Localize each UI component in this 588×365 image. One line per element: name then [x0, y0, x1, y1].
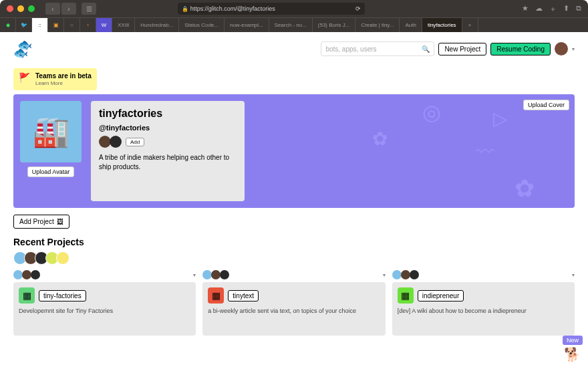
mascot-bubble: New — [563, 336, 583, 345]
add-project-button[interactable]: Add Project 🖼 — [13, 215, 69, 229]
mascot[interactable]: New 🐕 — [563, 333, 583, 362]
new-project-button[interactable]: New Project — [438, 43, 486, 55]
search-placeholder: bots, apps, users — [325, 45, 376, 53]
resume-coding-button[interactable]: Resume Coding — [490, 43, 551, 55]
deco-icon: ▷ — [493, 108, 508, 130]
project-card[interactable]: ▦ tiny-factories Developemnt site for Ti… — [13, 282, 196, 336]
project-description: [dev] A wiki about how to become a indie… — [398, 308, 569, 316]
avatar[interactable] — [22, 270, 31, 279]
url-bar[interactable]: 🔒 https://glitch.com/@tinyfactories ⟳ — [178, 3, 365, 15]
new-tab-button[interactable]: ＋ — [462, 18, 478, 32]
browser-tab[interactable]: (53) Boris J... — [313, 18, 356, 32]
project-card[interactable]: ▦ tinytext a bi-weekly article sent via … — [202, 282, 385, 336]
pinned-tab[interactable]: 🐦 — [16, 18, 32, 32]
avatar[interactable] — [202, 270, 212, 279]
team-members: Add — [99, 136, 237, 148]
upload-avatar-button[interactable]: Upload Avatar — [27, 166, 74, 177]
member-avatar[interactable] — [110, 136, 122, 148]
search-icon: 🔍 — [422, 45, 430, 53]
url-text: https://glitch.com/@tinyfactories — [190, 5, 275, 12]
project-name: tinytext — [228, 290, 259, 301]
chevron-down-icon[interactable]: ▾ — [572, 46, 575, 52]
avatar[interactable] — [13, 270, 23, 279]
star-icon[interactable]: ★ — [522, 4, 529, 14]
browser-tab[interactable]: Auth — [400, 18, 422, 32]
avatar[interactable] — [211, 270, 220, 279]
pinned-tab[interactable]: ○ — [64, 18, 80, 32]
fish-icon: 🐟 — [13, 45, 28, 60]
projects-grid: ▾ ▦ tiny-factories Developemnt site for … — [13, 270, 575, 336]
project-description: a bi-weekly article sent via text, on to… — [208, 308, 380, 316]
lock-icon: 🔒 — [182, 6, 188, 12]
pinned-tab[interactable]: ▣ — [48, 18, 64, 32]
deco-icon: ◎ — [422, 100, 441, 125]
maximize-icon[interactable] — [28, 5, 35, 12]
search-input[interactable]: bots, apps, users 🔍 — [321, 41, 434, 56]
titlebar: ‹ › ☰ 🔒 https://glitch.com/@tinyfactorie… — [0, 0, 588, 17]
chevron-down-icon[interactable]: ▾ — [193, 272, 196, 278]
plus-icon[interactable]: ＋ — [549, 4, 557, 14]
browser-tab[interactable]: now-exampl... — [225, 18, 269, 32]
project-name: tiny-factories — [39, 290, 86, 301]
chevron-down-icon[interactable]: ▾ — [383, 272, 386, 278]
project-icon: ▦ — [19, 287, 35, 303]
upload-cover-button[interactable]: Upload Cover — [523, 100, 569, 110]
sidebar-toggle[interactable]: ☰ — [82, 3, 96, 15]
flag-icon: 🚩 — [19, 72, 30, 83]
project-members: ▾ — [13, 270, 196, 279]
pinned-tab[interactable]: › — [80, 18, 96, 32]
team-avatars-row — [13, 251, 575, 265]
close-icon[interactable] — [7, 5, 13, 12]
add-member-button[interactable]: Add — [126, 138, 144, 146]
browser-tab[interactable]: tinyfactories — [422, 18, 462, 32]
project-description: Developemnt site for Tiny Factories — [19, 308, 190, 316]
glitch-logo[interactable]: 🐟 🐟 — [13, 39, 43, 59]
section-title: Recent Projects — [13, 237, 575, 247]
project-name: indiepreneur — [418, 290, 464, 301]
avatar[interactable] — [56, 251, 69, 265]
team-handle: @tinyfactories — [99, 124, 237, 132]
beta-title: Teams are in beta — [35, 72, 92, 80]
browser-tab[interactable]: Status Code... — [179, 18, 225, 32]
picture-icon: 🖼 — [57, 218, 63, 225]
project-members: ▾ — [202, 270, 385, 279]
avatar[interactable] — [31, 270, 40, 279]
cloud-icon[interactable]: ☁ — [535, 4, 543, 14]
avatar[interactable] — [401, 270, 410, 279]
beta-banner[interactable]: 🚩 Teams are in beta Learn More — [13, 68, 97, 90]
project-icon: ▦ — [208, 287, 224, 303]
user-avatar[interactable] — [555, 42, 568, 55]
page-content: 🐟 🐟 bots, apps, users 🔍 New Project Resu… — [0, 32, 588, 365]
dog-icon: 🐕 — [564, 347, 581, 362]
browser-tab[interactable]: Search - no... — [269, 18, 313, 32]
project-card[interactable]: ▦ indiepreneur [dev] A wiki about how to… — [392, 282, 575, 336]
project-members: ▾ — [392, 270, 575, 279]
avatar[interactable] — [410, 270, 419, 279]
chevron-down-icon[interactable]: ▾ — [572, 272, 575, 278]
forward-button[interactable]: › — [61, 3, 76, 15]
browser-tab[interactable]: Create | tiny... — [355, 18, 400, 32]
pinned-tab[interactable]: W — [96, 18, 112, 32]
team-avatar: 🏭 — [20, 101, 82, 162]
team-hero: ◎ ✿ ✿ 〰 ▷ Upload Cover 🏭 Upload Avatar t… — [13, 94, 575, 208]
tab-bar: ◆ 🐦 :: ▣ ○ › W XXIIIHundredrab...Status … — [0, 17, 588, 32]
avatar[interactable] — [392, 270, 402, 279]
minimize-icon[interactable] — [17, 5, 24, 12]
deco-icon: ✿ — [372, 128, 388, 150]
team-info-card: tinyfactories @tinyfactories Add A tribe… — [91, 101, 245, 201]
browser-tab[interactable]: XXIII — [112, 18, 135, 32]
team-description: A tribe of indie makers helping each oth… — [99, 153, 237, 172]
site-header: 🐟 🐟 bots, apps, users 🔍 New Project Resu… — [0, 32, 588, 63]
team-name: tinyfactories — [99, 108, 237, 120]
tabs-icon[interactable]: ⧉ — [576, 4, 581, 14]
browser-tab[interactable]: Hundredrab... — [135, 18, 179, 32]
avatar[interactable] — [220, 270, 229, 279]
pinned-tab[interactable]: :: — [32, 18, 48, 32]
project-icon: ▦ — [398, 287, 414, 303]
back-button[interactable]: ‹ — [45, 3, 60, 15]
beta-learn-more[interactable]: Learn More — [35, 80, 63, 86]
pinned-tab[interactable]: ◆ — [0, 18, 16, 32]
share-icon[interactable]: ⬆ — [563, 4, 569, 14]
reload-icon[interactable]: ⟳ — [355, 5, 361, 12]
deco-icon: ✿ — [514, 174, 535, 203]
